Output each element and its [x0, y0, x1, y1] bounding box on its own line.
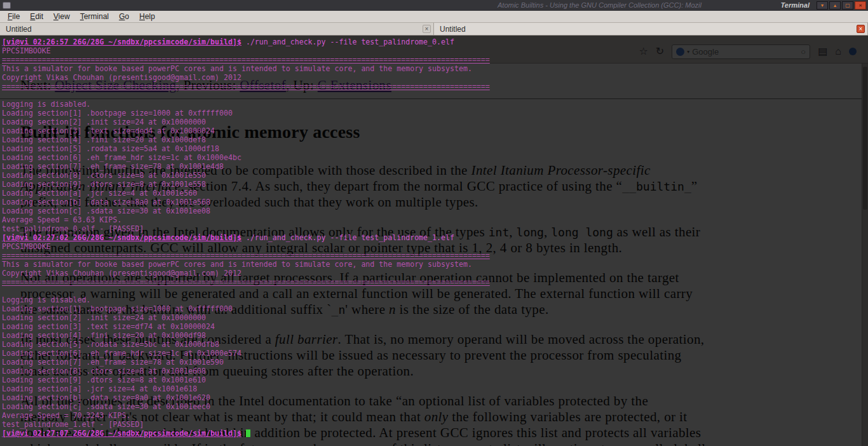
terminal-line: test_palindrome_0.elf - [PASSED]	[2, 224, 868, 233]
terminal-line: Loading section[8] .ctors size=8 at 0x10…	[2, 367, 868, 375]
tab-untitled-1[interactable]: Untitled ×	[0, 23, 434, 35]
terminal-line: Loading section[6] .eh_frame_hdr size=1c…	[2, 153, 868, 162]
menu-bar: FileEditViewTerminalGoHelp	[0, 11, 868, 23]
tab-bar: Untitled × Untitled ×	[0, 23, 868, 36]
terminal-line: Loading section[b] .data size=8a0 at 0x1…	[2, 198, 868, 206]
tab-close-icon-active[interactable]: ×	[857, 25, 865, 33]
terminal-line: Loading section[a] .jcr size=4 at 0x1001…	[2, 384, 868, 393]
terminal-cursor	[246, 429, 250, 437]
terminal-app-icon	[3, 2, 11, 9]
occluded-browser-title: Atomic Builtins - Using the GNU Compiler…	[498, 1, 702, 9]
shade-button[interactable]: ▾	[817, 1, 828, 10]
terminal-line: Loading section[3] .text size=ded4 at 0x…	[2, 126, 868, 135]
maximize-button[interactable]: ▢	[842, 1, 853, 10]
prompt-text: [vi@vi 02:27:07 26G/28G ~/sndbx/ppcsimco…	[2, 429, 241, 438]
terminal-line: Loading section[2] .init size=24 at 0x10…	[2, 118, 868, 126]
terminal-line: [vi@vi 02:27:07 26G/28G ~/sndbx/ppcsimco…	[2, 429, 868, 438]
terminal-line: Loading section[7] .eh_frame size=78 at …	[2, 358, 868, 367]
command-text	[241, 429, 246, 438]
terminal-line: Average Speed = 63.63 KIPS.	[2, 215, 868, 224]
prompt-text: [vi@vi 02:26:57 26G/28G ~/sndbx/ppcsimco…	[2, 37, 241, 46]
terminal-line: Loading section[9] .dtors size=8 at 0x10…	[2, 180, 868, 189]
terminal-line: Loading section[7] .eh_frame size=78 at …	[2, 162, 868, 171]
terminal-line: Loading section[c] .sdata size=30 at 0x1…	[2, 206, 868, 215]
terminal-titlebar[interactable]: Atomic Builtins - Using the GNU Compiler…	[0, 0, 868, 11]
terminal-line: test_palindrome_1.elf - [PASSED]	[2, 420, 868, 429]
terminal-line	[2, 91, 868, 100]
window-title: Terminal	[781, 1, 810, 9]
terminal-line: Loading section[9] .dtors size=8 at 0x10…	[2, 375, 868, 384]
terminal-line: Copyright Vikas Chouhan (presentisgood@g…	[2, 269, 868, 278]
terminal-line: Loading section[1] .bootpage size=1000 a…	[2, 304, 868, 313]
terminal-line	[2, 287, 868, 295]
unshade-button[interactable]: ▴	[829, 1, 841, 10]
prompt-text: [vi@vi 02:27:02 26G/28G ~/sndbx/ppcsimco…	[2, 233, 241, 242]
screen: ☆ ↻ ▾ Google ○ ▤ ⌂ Next: Object Size Che…	[0, 0, 868, 446]
menu-item-file[interactable]: File	[3, 11, 25, 22]
tab-label: Untitled	[3, 25, 423, 34]
terminal-line: Loading section[6] .eh_frame_hdr size=1c…	[2, 349, 868, 358]
terminal-line: Loading section[8] .ctors size=8 at 0x10…	[2, 171, 868, 180]
terminal-line: Loading section[5] .rodata size=5a4 at 0…	[2, 144, 868, 153]
terminal-line: Copyright Vikas Chouhan (presentisgood@g…	[2, 73, 868, 82]
terminal-line: Loading section[5] .rodata size=5bc at 0…	[2, 340, 868, 349]
terminal-output-area[interactable]: [vi@vi 02:26:57 26G/28G ~/sndbx/ppcsimco…	[0, 36, 868, 446]
tab-close-icon[interactable]: ×	[423, 25, 431, 33]
terminal-line: Loading section[2] .init size=24 at 0x10…	[2, 313, 868, 322]
terminal-line: Loading section[3] .text size=df74 at 0x…	[2, 322, 868, 331]
terminal-line: Loading section[4] .fini size=20 at 0x10…	[2, 135, 868, 144]
menu-item-edit[interactable]: Edit	[25, 11, 48, 22]
terminal-line: Loading section[a] .jcr size=4 at 0x1001…	[2, 189, 868, 198]
window-controls: ▾ ▴ ▢ ×	[817, 1, 866, 10]
terminal-line: ========================================…	[2, 55, 868, 64]
terminal-line: ========================================…	[2, 278, 868, 287]
close-button[interactable]: ×	[855, 1, 866, 10]
terminal-line: Logging is disabled.	[2, 295, 868, 304]
menu-item-view[interactable]: View	[48, 11, 75, 22]
terminal-line: Logging is disabled.	[2, 100, 868, 109]
terminal-line: Loading section[b] .data size=8a0 at 0x1…	[2, 393, 868, 402]
terminal-line: This a simulator for booke based powerPC…	[2, 64, 868, 73]
menu-item-help[interactable]: Help	[134, 11, 160, 22]
terminal-line: Average Speed = 70.3243 KIPS.	[2, 411, 868, 420]
terminal-line: Loading section[4] .fini size=20 at 0x10…	[2, 331, 868, 340]
terminal-line: ========================================…	[2, 251, 868, 260]
terminal-line: [vi@vi 02:27:02 26G/28G ~/sndbx/ppcsimco…	[2, 233, 868, 242]
menu-item-terminal[interactable]: Terminal	[75, 11, 114, 22]
tab-label: Untitled	[437, 25, 857, 34]
terminal-line: PPCSIMBOOKE	[2, 46, 868, 55]
terminal-window: Atomic Builtins - Using the GNU Compiler…	[0, 0, 868, 446]
terminal-line: Loading section[1] .bootpage size=1000 a…	[2, 109, 868, 118]
command-text: ./run_and_check.py --file test_palindrom…	[241, 37, 454, 46]
menu-item-go[interactable]: Go	[114, 11, 134, 22]
terminal-line: Loading section[c] .sdata size=30 at 0x1…	[2, 402, 868, 411]
command-text: ./run_and_check.py --file test_palindrom…	[241, 233, 454, 242]
tab-untitled-2[interactable]: Untitled ×	[434, 23, 868, 35]
terminal-line: This a simulator for booke based powerPC…	[2, 260, 868, 269]
terminal-line: ========================================…	[2, 82, 868, 91]
terminal-line: [vi@vi 02:26:57 26G/28G ~/sndbx/ppcsimco…	[2, 37, 868, 46]
terminal-line: PPCSIMBOOKE	[2, 242, 868, 251]
